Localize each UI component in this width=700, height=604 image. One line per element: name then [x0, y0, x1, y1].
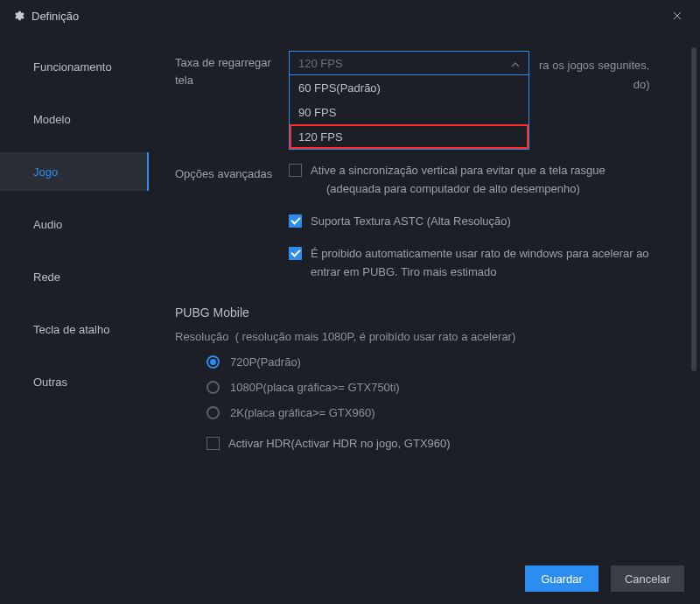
scrollbar-thumb[interactable]	[691, 47, 696, 371]
vsync-label: Ative a sincronização vertical para evit…	[311, 162, 606, 199]
resolution-option-1080p[interactable]: 1080P(placa gráfica>= GTX750ti)	[175, 381, 674, 394]
refresh-rate-label: Taxa de regarregar tela	[175, 51, 289, 150]
sidebar-item-rede[interactable]: Rede	[0, 257, 149, 296]
radio-icon[interactable]	[206, 355, 220, 369]
radio-label: 2K(placa gráfica>= GTX960)	[230, 406, 374, 419]
hdr-option[interactable]: Activar HDR(Activar HDR no jogo, GTX960)	[175, 435, 674, 453]
sidebar-item-outras[interactable]: Outras	[0, 362, 149, 401]
sidebar-item-label: Jogo	[33, 165, 58, 179]
checkbox-icon[interactable]	[289, 164, 302, 177]
radio-label: 720P(Padrão)	[230, 355, 301, 369]
sidebar-item-funcionamento[interactable]: Funcionamento	[0, 47, 149, 86]
sidebar-item-tecla-de-atalho[interactable]: Tecla de atalho	[0, 310, 149, 348]
radio-icon[interactable]	[206, 381, 220, 394]
gear-icon	[12, 10, 24, 22]
content-pane: Taxa de regarregar tela 120 FPS 60 FPS(P…	[149, 32, 700, 557]
radio-label: 1080P(placa gráfica>= GTX750ti)	[230, 381, 400, 394]
checkbox-icon[interactable]	[289, 214, 302, 228]
cancel-button[interactable]: Cancelar	[611, 565, 684, 592]
advanced-options-label: Opções avançadas	[175, 162, 289, 295]
refresh-rate-dropdown: 60 FPS(Padrão) 90 FPS 120 FPS	[289, 75, 529, 150]
dropdown-option-90fps[interactable]: 90 FPS	[290, 100, 528, 124]
sidebar-item-label: Outras	[33, 376, 67, 389]
checkbox-icon[interactable]	[206, 437, 220, 450]
close-button[interactable]	[667, 5, 688, 26]
sidebar-item-label: Audio	[33, 218, 62, 231]
footer: Guardar Cancelar	[525, 565, 684, 592]
astc-option[interactable]: Suporta Textura ASTC (Alta Resolução)	[289, 213, 674, 231]
vsync-option[interactable]: Ative a sincronização vertical para evit…	[289, 162, 674, 199]
resolution-label: Resolução ( resolução mais 1080P, é proi…	[175, 330, 674, 343]
refresh-rate-select[interactable]: 120 FPS 60 FPS(Padrão) 90 FPS 120 FPS	[289, 51, 529, 75]
dropdown-option-60fps[interactable]: 60 FPS(Padrão)	[290, 75, 528, 100]
sidebar-item-label: Tecla de atalho	[33, 323, 109, 336]
titlebar: Definição	[0, 0, 700, 32]
resolution-option-2k[interactable]: 2K(placa gráfica>= GTX960)	[175, 406, 674, 419]
radio-icon[interactable]	[206, 406, 220, 419]
sidebar-item-audio[interactable]: Audio	[0, 205, 149, 243]
sidebar: Funcionamento Modelo Jogo Audio Rede Tec…	[0, 32, 149, 557]
sidebar-item-label: Rede	[33, 270, 60, 284]
astc-label: Suporta Textura ASTC (Alta Resolução)	[311, 213, 511, 231]
scrollbar[interactable]	[691, 47, 696, 537]
refresh-rate-desc: ra os jogos segunites, do)	[539, 56, 649, 95]
pubg-section-title: PUBG Mobile	[175, 306, 674, 320]
resolution-option-720p[interactable]: 720P(Padrão)	[175, 355, 674, 369]
sidebar-item-modelo[interactable]: Modelo	[0, 100, 149, 138]
save-button[interactable]: Guardar	[525, 565, 598, 592]
mouse-accel-option[interactable]: É proibido automaticamente usar rato de …	[289, 245, 674, 282]
sidebar-item-jogo[interactable]: Jogo	[0, 152, 149, 191]
window-title: Definição	[32, 10, 667, 23]
checkbox-icon[interactable]	[289, 247, 302, 260]
sidebar-item-label: Modelo	[33, 113, 71, 126]
dropdown-option-120fps[interactable]: 120 FPS	[290, 124, 528, 149]
hdr-label: Activar HDR(Activar HDR no jogo, GTX960)	[228, 435, 451, 453]
select-value: 120 FPS	[298, 57, 343, 70]
sidebar-item-label: Funcionamento	[33, 60, 112, 74]
mouse-accel-label: É proibido automaticamente usar rato de …	[311, 245, 674, 282]
chevron-up-icon	[511, 57, 520, 70]
